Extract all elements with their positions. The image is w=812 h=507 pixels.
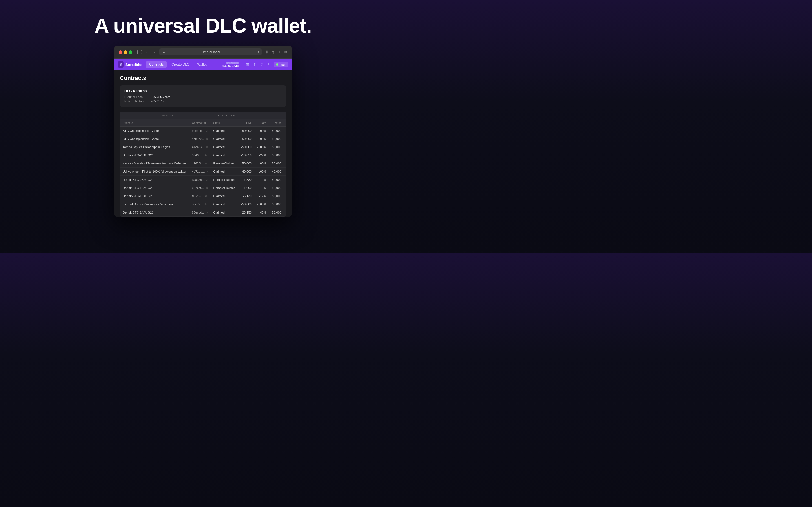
cell-state: Claimed bbox=[210, 200, 238, 209]
table-row[interactable]: Deribit-BTC-25AUG21 caac25... ⧉ RemoteCl… bbox=[120, 176, 286, 184]
nav-tab-wallet[interactable]: Wallet bbox=[194, 61, 210, 68]
hero-title: A universal DLC wallet. bbox=[0, 14, 406, 37]
cell-yours: 50,000 bbox=[269, 143, 284, 151]
cell-theirs: 50,000 bbox=[284, 151, 286, 159]
table-section-headers: Return Collateral bbox=[120, 112, 286, 119]
cell-rate: -2% bbox=[255, 184, 269, 192]
cell-rate: -46% bbox=[255, 209, 269, 217]
th-theirs[interactable]: Theirs bbox=[284, 119, 286, 127]
th-pnl[interactable]: PNL bbox=[238, 119, 254, 127]
table-row[interactable]: B1G Championship Game 4c81d2... ⧉ Claime… bbox=[120, 135, 286, 143]
nav-icon-2[interactable]: ⬆ bbox=[252, 61, 257, 68]
rate-label: Rate of Return bbox=[124, 100, 150, 103]
th-state[interactable]: State bbox=[210, 119, 238, 127]
cell-rate: -100% bbox=[255, 159, 269, 168]
profit-row: Profit or Loss -566,865 sats bbox=[124, 95, 282, 99]
address-bar[interactable]: ● umbrel.local ↻ bbox=[159, 48, 262, 55]
copy-icon[interactable]: ⧉ bbox=[205, 194, 207, 198]
nav-help-icon[interactable]: ? bbox=[260, 61, 264, 68]
cell-rate: -100% bbox=[255, 168, 269, 176]
copy-icon[interactable]: ⧉ bbox=[205, 203, 206, 206]
copy-icon[interactable]: ⧉ bbox=[206, 137, 207, 140]
browser-window: ‹ › ● umbrel.local ↻ ⬇ ⬆ ＋ ⧉ S Suredbits… bbox=[114, 46, 292, 217]
table-row[interactable]: Iowa vs Maryland Turnovers for Iowa Defe… bbox=[120, 159, 286, 168]
cell-yours: 50,000 bbox=[269, 176, 284, 184]
cell-rate: -100% bbox=[255, 200, 269, 209]
cell-event-id: Iowa vs Maryland Turnovers for Iowa Defe… bbox=[120, 159, 189, 168]
browser-chrome: ‹ › ● umbrel.local ↻ ⬇ ⬆ ＋ ⧉ bbox=[114, 46, 292, 59]
cell-state: Claimed bbox=[210, 209, 238, 217]
cell-yours: 50,000 bbox=[269, 200, 284, 209]
new-tab-icon[interactable]: ＋ bbox=[278, 50, 282, 55]
copy-icon[interactable]: ⧉ bbox=[205, 154, 207, 157]
table-header-row: Event Id ↑ Contract Id State PNL Rate Yo… bbox=[120, 119, 286, 127]
rate-row: Rate of Return -35.65 % bbox=[124, 100, 282, 103]
cell-theirs: 60,000 bbox=[284, 168, 286, 176]
th-contract-id[interactable]: Contract Id bbox=[189, 119, 211, 127]
reload-button[interactable]: ↻ bbox=[256, 50, 259, 54]
cell-pnl: -1,000 bbox=[238, 184, 254, 192]
rate-value: -35.65 % bbox=[151, 100, 164, 103]
minimize-button[interactable] bbox=[124, 50, 127, 54]
th-yours[interactable]: Yours bbox=[269, 119, 284, 127]
app-name: Suredbits bbox=[125, 62, 142, 67]
download-icon[interactable]: ⬇ bbox=[265, 50, 269, 54]
cell-contract-id: 4c81d2... ⧉ bbox=[189, 135, 211, 143]
collateral-section-label: Collateral bbox=[218, 114, 236, 117]
cell-event-id: Field of Dreams Yankees v Whitesox bbox=[120, 200, 189, 209]
nav-tab-create-dlc[interactable]: Create DLC bbox=[168, 61, 193, 68]
copy-icon[interactable]: ⧉ bbox=[205, 162, 207, 165]
profit-value: -566,865 sats bbox=[151, 95, 170, 99]
cell-pnl: -6,130 bbox=[238, 192, 254, 200]
nav-icon-1[interactable]: ⊞ bbox=[245, 61, 250, 68]
close-button[interactable] bbox=[119, 50, 122, 54]
back-button[interactable]: ‹ bbox=[145, 49, 149, 55]
cell-state: Claimed bbox=[210, 135, 238, 143]
share-icon[interactable]: ⬆ bbox=[271, 50, 275, 54]
th-event-id[interactable]: Event Id ↑ bbox=[120, 119, 189, 127]
forward-button[interactable]: › bbox=[152, 49, 156, 55]
cell-pnl: -50,000 bbox=[238, 127, 254, 135]
cell-contract-id: 41ea87... ⧉ bbox=[189, 143, 211, 151]
table-row[interactable]: Deribit-BTC-26AUG21 5649fb... ⧉ Claimed … bbox=[120, 151, 286, 159]
nav-more-icon[interactable]: ⋮ bbox=[266, 61, 271, 68]
th-rate[interactable]: Rate bbox=[255, 119, 269, 127]
copy-icon[interactable]: ⧉ bbox=[206, 146, 207, 149]
cell-event-id: Deribit-BTC-10AUG21 bbox=[120, 192, 189, 200]
event-id-sort-icon: ↑ bbox=[135, 122, 136, 124]
copy-icon[interactable]: ⧉ bbox=[206, 211, 207, 214]
table-row[interactable]: Field of Dreams Yankees v Whitesox c6cf9… bbox=[120, 200, 286, 209]
table-row[interactable]: Deribit-BTC-18AUG21 607cb0... ⧉ RemoteCl… bbox=[120, 184, 286, 192]
cell-state: RemoteClaimed bbox=[210, 184, 238, 192]
cell-contract-id: caac25... ⧉ bbox=[189, 176, 211, 184]
copy-icon[interactable]: ⧉ bbox=[206, 170, 207, 173]
nav-tab-contracts[interactable]: Contracts bbox=[146, 61, 167, 68]
maximize-button[interactable] bbox=[129, 50, 132, 54]
cell-event-id: Tampa Bay vs Philadelphia Eagles bbox=[120, 143, 189, 151]
shield-icon: ● bbox=[162, 50, 166, 54]
copy-icon[interactable]: ⧉ bbox=[206, 129, 207, 132]
copy-icon[interactable]: ⧉ bbox=[206, 186, 207, 189]
cell-rate: -22% bbox=[255, 151, 269, 159]
sidebar-toggle-button[interactable] bbox=[137, 50, 142, 54]
table-row[interactable]: Deribit-BTC-14AUG21 86ecdd... ⧉ Claimed … bbox=[120, 209, 286, 217]
cell-pnl: 50,000 bbox=[238, 135, 254, 143]
tabs-icon[interactable]: ⧉ bbox=[285, 50, 287, 54]
table-row[interactable]: Deribit-BTC-10AUG21 f16c89... ⧉ Claimed … bbox=[120, 192, 286, 200]
cell-yours: 50,000 bbox=[269, 184, 284, 192]
user-badge[interactable]: main bbox=[274, 62, 289, 67]
cell-state: Claimed bbox=[210, 168, 238, 176]
cell-theirs: 50,000 bbox=[284, 184, 286, 192]
dlc-returns-title: DLC Returns bbox=[124, 89, 282, 93]
table-row[interactable]: Tampa Bay vs Philadelphia Eagles 41ea87.… bbox=[120, 143, 286, 151]
cell-rate: -100% bbox=[255, 143, 269, 151]
copy-icon[interactable]: ⧉ bbox=[206, 178, 207, 181]
table-row[interactable]: Udi vs Alison: First to 100K followers o… bbox=[120, 168, 286, 176]
cell-event-id: Deribit-BTC-14AUG21 bbox=[120, 209, 189, 217]
page-title: Contracts bbox=[120, 75, 286, 81]
app-logo-icon: S bbox=[117, 61, 124, 68]
table-row[interactable]: B1G Championship Game 92c92c... ⧉ Claime… bbox=[120, 127, 286, 135]
cell-pnl: -10,850 bbox=[238, 151, 254, 159]
cell-state: RemoteClaimed bbox=[210, 159, 238, 168]
user-name-label: main bbox=[280, 63, 286, 66]
